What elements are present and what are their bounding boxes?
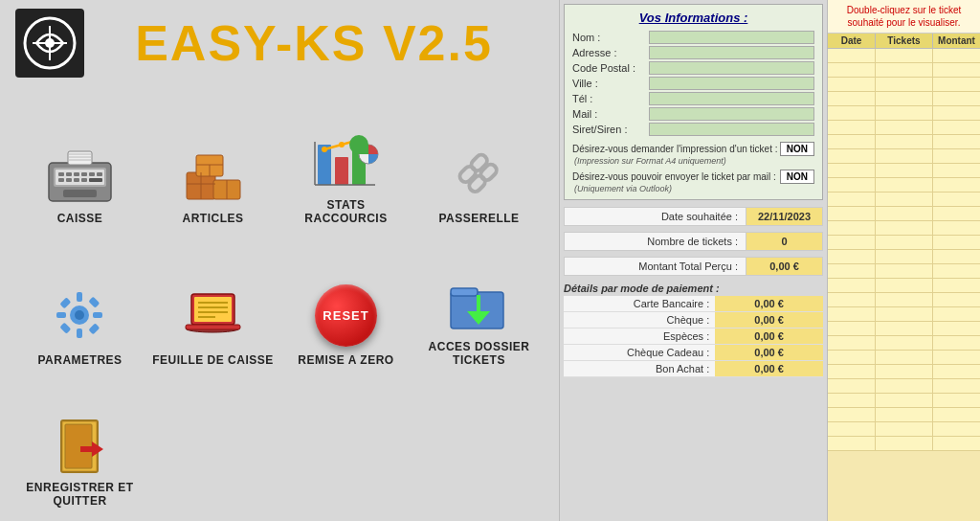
- ticket-table-header: Date Tickets Montant: [828, 34, 980, 49]
- sidebar-item-parametres[interactable]: PARAMETRES: [15, 235, 145, 372]
- sidebar-item-remise[interactable]: RESET REMISE A ZERO: [281, 235, 411, 372]
- date-value: 22/11/2023: [746, 208, 822, 225]
- details-value-1: 0,00 €: [715, 312, 823, 328]
- question1-row: Désirez-vous demander l'impression d'un …: [572, 142, 814, 156]
- ticket-row[interactable]: [828, 236, 980, 250]
- svg-rect-41: [479, 162, 499, 182]
- siret-input[interactable]: [649, 123, 814, 136]
- svg-point-33: [339, 142, 345, 147]
- ticket-row[interactable]: [828, 149, 980, 164]
- ticket-row[interactable]: [828, 164, 980, 178]
- details-label-3: Chèque Cadeau :: [564, 345, 715, 361]
- svg-rect-59: [186, 325, 240, 329]
- svg-rect-38: [457, 164, 478, 184]
- svg-rect-30: [335, 157, 348, 185]
- sidebar-item-passerelle[interactable]: PASSERELLE: [414, 94, 544, 231]
- ticket-row[interactable]: [828, 293, 980, 307]
- articles-label: ARTICLES: [183, 212, 244, 225]
- info-row-adresse: Adresse :: [572, 46, 814, 59]
- remise-icon: RESET: [308, 283, 385, 350]
- sidebar-item-articles[interactable]: ARTICLES: [148, 94, 278, 231]
- details-row-1: Chèque :0,00 €: [564, 312, 823, 328]
- ticket-row[interactable]: [828, 437, 980, 451]
- stats-icon: [308, 127, 385, 194]
- ticket-row[interactable]: [828, 394, 980, 408]
- sidebar-item-stats[interactable]: STATS RACCOURCIS: [281, 94, 411, 231]
- svg-rect-69: [80, 446, 94, 452]
- sidebar-item-caisse[interactable]: CAISSE: [15, 94, 145, 231]
- question1-text: Désirez-vous demander l'impression d'un …: [572, 144, 780, 154]
- caisse-label: CAISSE: [57, 212, 103, 225]
- details-row-3: Chèque Cadeau :0,00 €: [564, 345, 823, 361]
- details-label-4: Bon Achat :: [564, 361, 715, 377]
- ticket-row[interactable]: [828, 121, 980, 135]
- ticket-row[interactable]: [828, 221, 980, 236]
- adresse-label: Adresse :: [572, 47, 649, 58]
- nom-label: Nom :: [572, 32, 649, 43]
- info-row-siret: Siret/Siren :: [572, 123, 814, 136]
- ticket-row[interactable]: [828, 250, 980, 264]
- ticket-row[interactable]: [828, 408, 980, 422]
- feuille-label: FEUILLE DE CAISSE: [152, 353, 274, 367]
- tel-label: Tél :: [572, 93, 649, 104]
- ticket-row[interactable]: [828, 322, 980, 336]
- svg-rect-46: [56, 312, 66, 318]
- svg-rect-44: [77, 292, 82, 302]
- ticket-row[interactable]: [828, 78, 980, 92]
- parametres-label: PARAMETRES: [37, 353, 122, 367]
- reset-button-visual: RESET: [315, 284, 377, 347]
- info-row-tel: Tél :: [572, 92, 814, 105]
- ville-input[interactable]: [649, 77, 814, 90]
- codepostal-label: Code Postal :: [572, 62, 649, 74]
- question2-btn[interactable]: NON: [780, 170, 814, 184]
- ticket-row[interactable]: [828, 307, 980, 322]
- nom-input[interactable]: [649, 31, 814, 44]
- details-value-4: 0,00 €: [715, 361, 823, 377]
- svg-rect-20: [89, 178, 102, 182]
- right-panel: Double-cliquez sur le ticket souhaité po…: [827, 0, 980, 521]
- question2-row: Désirez-vous pouvoir envoyer le ticket p…: [572, 170, 814, 184]
- svg-rect-50: [59, 323, 71, 334]
- sidebar-item-enregistrer[interactable]: ENREGISTRER ET QUITTER: [15, 376, 145, 513]
- ticket-row[interactable]: [828, 63, 980, 78]
- ticket-row[interactable]: [828, 351, 980, 365]
- header: EASY-KS V2.5: [0, 0, 559, 86]
- siret-label: Siret/Siren :: [572, 124, 649, 135]
- date-label: Date souhaitée :: [565, 208, 746, 225]
- sidebar-item-feuille[interactable]: FEUILLE DE CAISSE: [148, 235, 278, 372]
- ticket-row[interactable]: [828, 379, 980, 394]
- tickets-value: 0: [746, 233, 822, 250]
- ticket-row[interactable]: [828, 92, 980, 106]
- details-row-4: Bon Achat :0,00 €: [564, 361, 823, 377]
- ticket-row[interactable]: [828, 135, 980, 149]
- ticket-row[interactable]: [828, 193, 980, 207]
- question2-text: Désirez-vous pouvoir envoyer le ticket p…: [572, 171, 780, 182]
- sidebar-item-acces[interactable]: ACCES DOSSIER TICKETS: [414, 235, 544, 372]
- question1-btn[interactable]: NON: [780, 142, 814, 156]
- adresse-input[interactable]: [649, 46, 814, 59]
- mail-input[interactable]: [649, 107, 814, 121]
- ticket-row[interactable]: [828, 422, 980, 437]
- ticket-row[interactable]: [828, 106, 980, 121]
- ticket-row[interactable]: [828, 336, 980, 351]
- codepostal-input[interactable]: [649, 61, 814, 75]
- tickets-label: Nombre de tickets :: [565, 233, 746, 250]
- ticket-row[interactable]: [828, 49, 980, 63]
- ticket-row[interactable]: [828, 178, 980, 193]
- montant-label: Montant Total Perçu :: [565, 258, 746, 275]
- mail-label: Mail :: [572, 108, 649, 120]
- svg-rect-10: [58, 172, 64, 176]
- tel-input[interactable]: [649, 92, 814, 105]
- ticket-row[interactable]: [828, 365, 980, 379]
- svg-rect-13: [81, 172, 87, 176]
- svg-point-32: [322, 147, 327, 152]
- ticket-row[interactable]: [828, 207, 980, 221]
- details-label-1: Chèque :: [564, 312, 715, 328]
- date-row: Date souhaitée : 22/11/2023: [564, 207, 823, 226]
- svg-rect-15: [97, 172, 102, 176]
- ticket-row[interactable]: [828, 279, 980, 293]
- col-tickets: Tickets: [876, 34, 933, 48]
- ticket-row[interactable]: [828, 264, 980, 279]
- svg-rect-40: [467, 173, 487, 193]
- info-row-codepostal: Code Postal :: [572, 61, 814, 75]
